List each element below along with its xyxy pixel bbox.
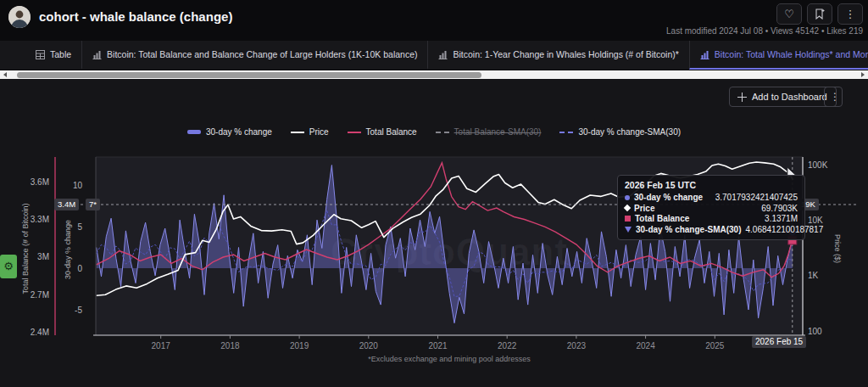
like-button[interactable]: ♡ bbox=[776, 3, 802, 25]
chart-settings-button[interactable]: ⚙ bbox=[0, 255, 17, 278]
page-header: cohort - whale balance (change) ♡ ⋮ Last… bbox=[0, 0, 868, 41]
legend-label: 30-day % change bbox=[206, 127, 272, 137]
tab-label: Bitcoin: 1-Year Change in Whales Holding… bbox=[453, 49, 678, 59]
pct-tick-label: 5 bbox=[77, 222, 82, 232]
legend-swatch bbox=[559, 132, 573, 133]
tooltip-series-label: Total Balance bbox=[635, 214, 689, 223]
x-tick-label: 2018 bbox=[220, 341, 240, 351]
pct-tick-label: 10 bbox=[73, 181, 83, 190]
cryptoquant-app: cohort - whale balance (change) ♡ ⋮ Last… bbox=[0, 0, 868, 387]
price-tick-label: 100K bbox=[808, 160, 828, 170]
tooltip-series-value: 69.7903K bbox=[761, 204, 798, 213]
tab-chart-1[interactable]: Bitcoin: Total Balance and Balance Chang… bbox=[81, 41, 427, 70]
balance-tick-label: 2.7M bbox=[31, 290, 49, 300]
bookmark-plus-icon bbox=[815, 8, 825, 20]
crosshair-pct-label: 7* bbox=[86, 199, 100, 210]
plus-icon bbox=[737, 93, 747, 102]
pct-tick-label: 0 bbox=[77, 264, 82, 273]
diamond-marker-icon bbox=[624, 205, 631, 211]
tooltip-date: 2026 Feb 15 UTC bbox=[625, 180, 798, 190]
legend-label: Price bbox=[309, 127, 329, 137]
balance-tick-label: 3.3M bbox=[31, 215, 49, 224]
legend-label: Total Balance bbox=[366, 127, 417, 137]
bar-chart-icon bbox=[438, 50, 448, 59]
tooltip-series-value: 3.1371M bbox=[765, 214, 798, 223]
legend-swatch bbox=[291, 132, 304, 133]
tooltip-series-label: Price bbox=[634, 204, 654, 213]
balance-axis-title: Total Balance (# of Bitcoin) bbox=[21, 164, 30, 334]
legend-item[interactable]: 30-day % change bbox=[187, 127, 272, 137]
tooltip-row: Total Balance3.1371M bbox=[625, 214, 798, 223]
tab-chart-3[interactable]: Bitcoin: Total Whale Holdings* and Month… bbox=[689, 41, 868, 70]
bar-chart-icon bbox=[92, 50, 102, 59]
price-axis-title: Price ($) bbox=[833, 206, 842, 291]
legend-label: Total Balance-SMA(30) bbox=[454, 127, 542, 137]
heart-icon: ♡ bbox=[784, 8, 794, 20]
bar-chart-icon bbox=[700, 50, 709, 59]
x-tick-label: 2023 bbox=[567, 341, 587, 351]
tab-label: Bitcoin: Total Balance and Balance Chang… bbox=[107, 49, 417, 59]
chart-tab-bar: TableBitcoin: Total Balance and Balance … bbox=[0, 41, 868, 70]
chart-more-button[interactable]: ⋮ bbox=[824, 87, 843, 107]
tooltip-row: 30-day % change-SMA(30)4.068412100187817 bbox=[625, 225, 798, 234]
tab-label: Bitcoin: Total Whale Holdings* and Month… bbox=[715, 49, 868, 59]
balance-tick-label: 2.4M bbox=[31, 328, 49, 337]
crosshair-date-label: 2026 Feb 15 bbox=[752, 336, 806, 348]
header-actions: ♡ ⋮ bbox=[776, 3, 863, 25]
price-tick-label: 1K bbox=[808, 271, 819, 280]
tooltip-row: Price69.7903K bbox=[625, 204, 798, 213]
more-button[interactable]: ⋮ bbox=[837, 3, 863, 25]
gear-icon: ⚙ bbox=[3, 260, 14, 272]
scroll-left-arrow-icon[interactable] bbox=[3, 72, 7, 77]
tooltip-series-value: 3.7017932421407425 bbox=[715, 193, 798, 202]
tooltip-row: 30-day % change3.7017932421407425 bbox=[625, 193, 798, 202]
bookmark-button[interactable] bbox=[807, 3, 832, 25]
chart-legend: 30-day % changePriceTotal BalanceTotal B… bbox=[0, 127, 868, 137]
chart-panel: CryptoQuant3.6M3.3M3M2.7M2.4M1050-5100K1… bbox=[0, 79, 868, 387]
tab-label: Table bbox=[50, 49, 71, 59]
scroll-right-arrow-icon[interactable] bbox=[861, 72, 865, 77]
tab-scrollbar-thumb[interactable] bbox=[17, 72, 481, 78]
x-tick-label: 2021 bbox=[428, 341, 448, 351]
tab-scrollbar-track[interactable] bbox=[0, 70, 868, 79]
add-to-dashboard-button[interactable]: Add to Dashboard bbox=[729, 87, 837, 107]
legend-swatch bbox=[436, 132, 449, 133]
x-tick-label: 2017 bbox=[152, 341, 171, 351]
add-to-dashboard-label: Add to Dashboard bbox=[752, 92, 827, 102]
table-icon bbox=[36, 50, 45, 59]
legend-item[interactable]: Total Balance-SMA(30) bbox=[436, 127, 542, 137]
page-meta: Last modified 2024 Jul 08 • Views 45142 … bbox=[666, 26, 863, 36]
avatar[interactable] bbox=[8, 6, 31, 28]
x-tick-label: 2024 bbox=[636, 341, 655, 351]
legend-item[interactable]: Price bbox=[291, 127, 329, 137]
balance-tick-label: 3M bbox=[37, 252, 49, 261]
chart-tooltip: 2026 Feb 15 UTC 30-day % change3.7017932… bbox=[617, 175, 805, 240]
x-tick-label: 2020 bbox=[359, 341, 379, 351]
legend-label: 30-day % change-SMA(30) bbox=[578, 127, 681, 137]
chart-footnote: *Excludes exchange and mining pool addre… bbox=[96, 355, 803, 363]
legend-item[interactable]: 30-day % change-SMA(30) bbox=[559, 127, 681, 137]
x-tick-label: 2025 bbox=[705, 341, 725, 351]
tab-table[interactable]: Table bbox=[25, 41, 81, 70]
x-tick-label: 2022 bbox=[498, 341, 517, 351]
kebab-icon: ⋮ bbox=[845, 8, 856, 20]
tooltip-series-value: 4.068412100187817 bbox=[745, 225, 823, 234]
legend-item[interactable]: Total Balance bbox=[348, 127, 417, 137]
crosshair-balance-label: 3.4M bbox=[54, 199, 79, 210]
x-tick-label: 2019 bbox=[290, 341, 309, 351]
square-marker-icon bbox=[625, 216, 631, 222]
avatar-image bbox=[8, 6, 31, 28]
circle-marker-icon bbox=[625, 195, 630, 200]
kebab-icon: ⋮ bbox=[830, 91, 840, 103]
legend-swatch bbox=[348, 132, 361, 133]
page-title: cohort - whale balance (change) bbox=[39, 9, 232, 24]
balance-tick-label: 3.6M bbox=[31, 177, 49, 187]
legend-swatch bbox=[187, 130, 201, 134]
price-tick-label: 10K bbox=[808, 216, 823, 225]
triangle-down-marker-icon bbox=[625, 227, 632, 233]
tooltip-rows: 30-day % change3.7017932421407425Price69… bbox=[625, 193, 798, 234]
tab-chart-2[interactable]: Bitcoin: 1-Year Change in Whales Holding… bbox=[427, 41, 688, 70]
tooltip-series-label: 30-day % change-SMA(30) bbox=[636, 225, 741, 234]
tooltip-series-label: 30-day % change bbox=[634, 193, 703, 202]
pct-tick-label: -5 bbox=[75, 306, 82, 315]
